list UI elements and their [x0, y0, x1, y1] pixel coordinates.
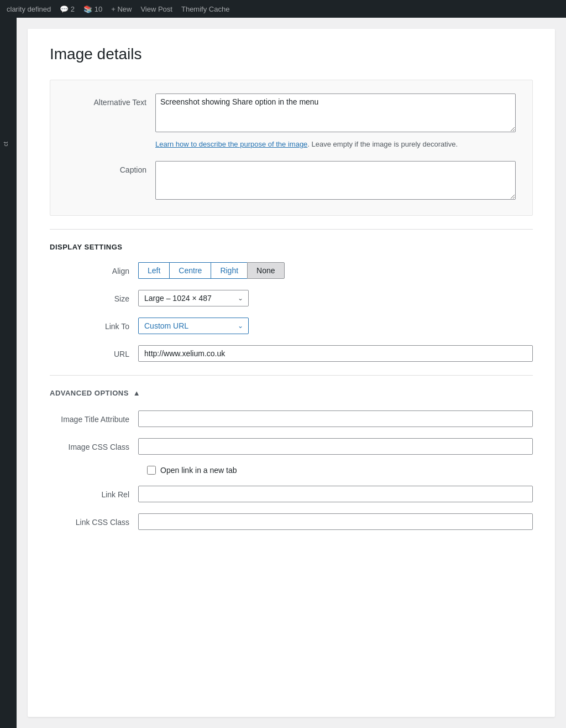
align-buttons-group: Left Centre Right None	[138, 262, 533, 279]
url-control	[138, 345, 533, 362]
form-section: Alternative Text Learn how to describe t…	[50, 80, 533, 216]
url-row: URL	[50, 345, 533, 362]
view-post-link[interactable]: View Post	[140, 5, 172, 13]
align-label: Align	[50, 262, 138, 275]
link-to-control: None Media File Attachment Page Custom U…	[138, 318, 533, 334]
link-to-select[interactable]: None Media File Attachment Page Custom U…	[138, 318, 249, 334]
advanced-divider	[50, 375, 533, 376]
size-control: Thumbnail – 150 × 150 Medium – 300 × 143…	[138, 290, 533, 306]
image-title-control	[138, 410, 533, 427]
display-settings-section: DISPLAY SETTINGS Align Left Centre Right…	[50, 243, 533, 362]
themify-cache-link[interactable]: Themify Cache	[181, 5, 229, 13]
alt-text-row: Alternative Text Learn how to describe t…	[67, 93, 516, 150]
link-rel-input[interactable]	[138, 486, 533, 502]
link-css-control	[138, 513, 533, 530]
image-css-input[interactable]	[138, 438, 533, 455]
advanced-options-title: ADVANCED OPTIONS	[50, 389, 129, 397]
page-title: Image details	[50, 45, 533, 63]
url-label: URL	[50, 345, 138, 358]
size-label: Size	[50, 290, 138, 303]
caption-label: Caption	[67, 161, 155, 174]
side-label: ct	[0, 139, 11, 149]
alt-text-helper: Learn how to describe the purpose of the…	[155, 139, 516, 150]
image-title-input[interactable]	[138, 410, 533, 427]
new-post-button[interactable]: + New	[111, 5, 132, 13]
link-rel-control	[138, 486, 533, 502]
open-new-tab-row: Open link in a new tab	[50, 466, 533, 475]
link-rel-row: Link Rel	[50, 486, 533, 502]
link-to-row: Link To None Media File Attachment Page …	[50, 318, 533, 334]
advanced-options-toggle[interactable]: ADVANCED OPTIONS ▲	[50, 389, 533, 397]
admin-bar: clarity defined 💬 2 📚 10 + New View Post…	[0, 0, 566, 18]
align-left-button[interactable]: Left	[138, 262, 169, 279]
open-new-tab-checkbox[interactable]	[147, 466, 156, 475]
link-rel-label: Link Rel	[50, 486, 138, 499]
site-name[interactable]: clarity defined	[7, 5, 51, 13]
updates-icon[interactable]: 📚 10	[83, 5, 102, 13]
size-select[interactable]: Thumbnail – 150 × 150 Medium – 300 × 143…	[138, 290, 249, 306]
size-select-wrapper: Thumbnail – 150 × 150 Medium – 300 × 143…	[138, 290, 249, 306]
align-right-button[interactable]: Right	[211, 262, 247, 279]
caption-input[interactable]	[155, 161, 516, 200]
image-title-label: Image Title Attribute	[50, 410, 138, 424]
align-control: Left Centre Right None	[138, 262, 533, 279]
alt-text-input[interactable]	[155, 93, 516, 132]
link-to-select-wrapper: None Media File Attachment Page Custom U…	[138, 318, 249, 334]
alt-text-helper-suffix: . Leave empty if the image is purely dec…	[307, 140, 458, 148]
link-css-row: Link CSS Class	[50, 513, 533, 530]
caption-control	[155, 161, 516, 202]
align-row: Align Left Centre Right None	[50, 262, 533, 279]
image-css-label: Image CSS Class	[50, 438, 138, 451]
advanced-options-toggle-icon: ▲	[133, 389, 140, 397]
display-settings-title: DISPLAY SETTINGS	[50, 243, 533, 251]
caption-row: Caption	[67, 161, 516, 202]
comments-icon[interactable]: 💬 2	[60, 5, 75, 13]
section-divider	[50, 229, 533, 230]
image-title-row: Image Title Attribute	[50, 410, 533, 427]
alt-text-label: Alternative Text	[67, 93, 155, 107]
main-container: ct Image details Alternative Text Learn …	[0, 18, 566, 728]
align-none-button[interactable]: None	[247, 262, 284, 279]
image-css-control	[138, 438, 533, 455]
alt-text-helper-link[interactable]: Learn how to describe the purpose of the…	[155, 140, 307, 148]
alt-text-control: Learn how to describe the purpose of the…	[155, 93, 516, 150]
url-input[interactable]	[138, 345, 533, 362]
link-css-label: Link CSS Class	[50, 513, 138, 527]
align-centre-button[interactable]: Centre	[169, 262, 211, 279]
left-sidebar: ct	[0, 18, 17, 728]
open-new-tab-label[interactable]: Open link in a new tab	[160, 466, 237, 475]
image-css-row: Image CSS Class	[50, 438, 533, 455]
advanced-section: ADVANCED OPTIONS ▲ Image Title Attribute…	[50, 389, 533, 530]
content-area: Image details Alternative Text Learn how…	[28, 29, 555, 717]
link-to-label: Link To	[50, 318, 138, 331]
link-css-input[interactable]	[138, 513, 533, 530]
size-row: Size Thumbnail – 150 × 150 Medium – 300 …	[50, 290, 533, 306]
